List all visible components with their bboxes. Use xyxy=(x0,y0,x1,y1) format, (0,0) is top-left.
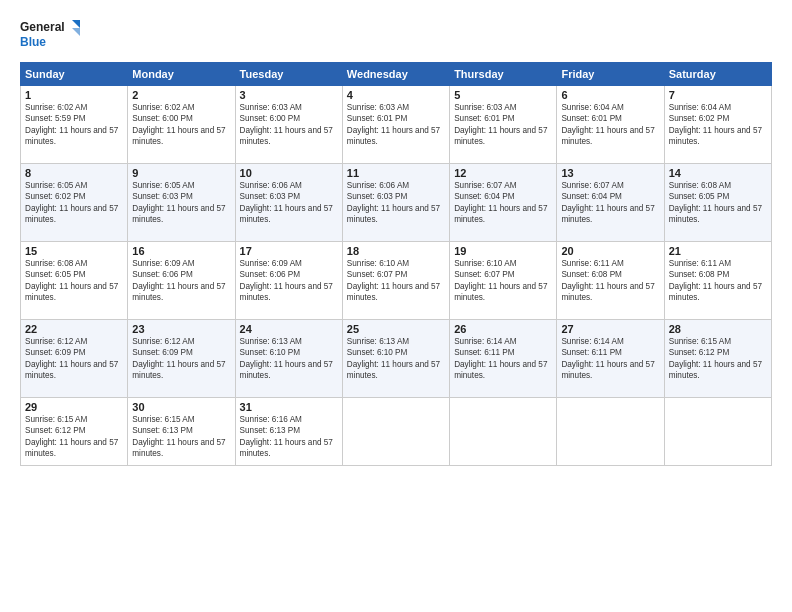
day-info: Sunrise: 6:12 AMSunset: 6:09 PMDaylight:… xyxy=(132,336,230,382)
day-info: Sunrise: 6:07 AMSunset: 6:04 PMDaylight:… xyxy=(454,180,552,226)
day-number: 29 xyxy=(25,401,123,413)
day-info: Sunrise: 6:03 AMSunset: 6:00 PMDaylight:… xyxy=(240,102,338,148)
calendar-cell: 29 Sunrise: 6:15 AMSunset: 6:12 PMDaylig… xyxy=(21,398,128,466)
weekday-header-row: SundayMondayTuesdayWednesdayThursdayFrid… xyxy=(21,63,772,86)
day-info: Sunrise: 6:02 AMSunset: 5:59 PMDaylight:… xyxy=(25,102,123,148)
calendar-cell: 21 Sunrise: 6:11 AMSunset: 6:08 PMDaylig… xyxy=(664,242,771,320)
day-number: 5 xyxy=(454,89,552,101)
generalblue-logo: General Blue xyxy=(20,18,80,52)
calendar-cell xyxy=(450,398,557,466)
calendar-cell: 7 Sunrise: 6:04 AMSunset: 6:02 PMDayligh… xyxy=(664,86,771,164)
day-info: Sunrise: 6:10 AMSunset: 6:07 PMDaylight:… xyxy=(347,258,445,304)
weekday-header-wednesday: Wednesday xyxy=(342,63,449,86)
day-number: 4 xyxy=(347,89,445,101)
day-info: Sunrise: 6:09 AMSunset: 6:06 PMDaylight:… xyxy=(132,258,230,304)
week-row-3: 15 Sunrise: 6:08 AMSunset: 6:05 PMDaylig… xyxy=(21,242,772,320)
calendar-cell: 5 Sunrise: 6:03 AMSunset: 6:01 PMDayligh… xyxy=(450,86,557,164)
calendar-cell: 26 Sunrise: 6:14 AMSunset: 6:11 PMDaylig… xyxy=(450,320,557,398)
calendar-cell: 10 Sunrise: 6:06 AMSunset: 6:03 PMDaylig… xyxy=(235,164,342,242)
day-number: 1 xyxy=(25,89,123,101)
day-info: Sunrise: 6:12 AMSunset: 6:09 PMDaylight:… xyxy=(25,336,123,382)
day-number: 7 xyxy=(669,89,767,101)
calendar-cell: 24 Sunrise: 6:13 AMSunset: 6:10 PMDaylig… xyxy=(235,320,342,398)
calendar-cell: 22 Sunrise: 6:12 AMSunset: 6:09 PMDaylig… xyxy=(21,320,128,398)
day-info: Sunrise: 6:15 AMSunset: 6:12 PMDaylight:… xyxy=(669,336,767,382)
calendar-cell: 12 Sunrise: 6:07 AMSunset: 6:04 PMDaylig… xyxy=(450,164,557,242)
day-number: 22 xyxy=(25,323,123,335)
day-number: 26 xyxy=(454,323,552,335)
day-number: 14 xyxy=(669,167,767,179)
calendar-cell: 27 Sunrise: 6:14 AMSunset: 6:11 PMDaylig… xyxy=(557,320,664,398)
day-number: 30 xyxy=(132,401,230,413)
calendar-cell: 6 Sunrise: 6:04 AMSunset: 6:01 PMDayligh… xyxy=(557,86,664,164)
day-info: Sunrise: 6:06 AMSunset: 6:03 PMDaylight:… xyxy=(347,180,445,226)
week-row-1: 1 Sunrise: 6:02 AMSunset: 5:59 PMDayligh… xyxy=(21,86,772,164)
day-number: 20 xyxy=(561,245,659,257)
calendar-cell: 17 Sunrise: 6:09 AMSunset: 6:06 PMDaylig… xyxy=(235,242,342,320)
day-number: 15 xyxy=(25,245,123,257)
logo: General Blue xyxy=(20,18,80,52)
day-info: Sunrise: 6:13 AMSunset: 6:10 PMDaylight:… xyxy=(347,336,445,382)
svg-marker-3 xyxy=(72,28,80,36)
day-number: 31 xyxy=(240,401,338,413)
day-info: Sunrise: 6:11 AMSunset: 6:08 PMDaylight:… xyxy=(669,258,767,304)
day-info: Sunrise: 6:14 AMSunset: 6:11 PMDaylight:… xyxy=(454,336,552,382)
day-info: Sunrise: 6:03 AMSunset: 6:01 PMDaylight:… xyxy=(454,102,552,148)
day-number: 8 xyxy=(25,167,123,179)
week-row-4: 22 Sunrise: 6:12 AMSunset: 6:09 PMDaylig… xyxy=(21,320,772,398)
day-number: 10 xyxy=(240,167,338,179)
day-number: 11 xyxy=(347,167,445,179)
day-number: 27 xyxy=(561,323,659,335)
calendar-cell: 4 Sunrise: 6:03 AMSunset: 6:01 PMDayligh… xyxy=(342,86,449,164)
day-info: Sunrise: 6:04 AMSunset: 6:01 PMDaylight:… xyxy=(561,102,659,148)
calendar-cell: 9 Sunrise: 6:05 AMSunset: 6:03 PMDayligh… xyxy=(128,164,235,242)
weekday-header-thursday: Thursday xyxy=(450,63,557,86)
weekday-header-sunday: Sunday xyxy=(21,63,128,86)
calendar-cell: 20 Sunrise: 6:11 AMSunset: 6:08 PMDaylig… xyxy=(557,242,664,320)
day-info: Sunrise: 6:15 AMSunset: 6:13 PMDaylight:… xyxy=(132,414,230,460)
day-info: Sunrise: 6:06 AMSunset: 6:03 PMDaylight:… xyxy=(240,180,338,226)
calendar-cell: 23 Sunrise: 6:12 AMSunset: 6:09 PMDaylig… xyxy=(128,320,235,398)
calendar-cell: 28 Sunrise: 6:15 AMSunset: 6:12 PMDaylig… xyxy=(664,320,771,398)
calendar-cell: 2 Sunrise: 6:02 AMSunset: 6:00 PMDayligh… xyxy=(128,86,235,164)
calendar-cell: 13 Sunrise: 6:07 AMSunset: 6:04 PMDaylig… xyxy=(557,164,664,242)
calendar-cell xyxy=(342,398,449,466)
calendar-cell: 18 Sunrise: 6:10 AMSunset: 6:07 PMDaylig… xyxy=(342,242,449,320)
day-number: 13 xyxy=(561,167,659,179)
day-number: 12 xyxy=(454,167,552,179)
day-number: 9 xyxy=(132,167,230,179)
day-info: Sunrise: 6:05 AMSunset: 6:02 PMDaylight:… xyxy=(25,180,123,226)
calendar-cell: 30 Sunrise: 6:15 AMSunset: 6:13 PMDaylig… xyxy=(128,398,235,466)
calendar-cell: 14 Sunrise: 6:08 AMSunset: 6:05 PMDaylig… xyxy=(664,164,771,242)
day-info: Sunrise: 6:11 AMSunset: 6:08 PMDaylight:… xyxy=(561,258,659,304)
day-info: Sunrise: 6:04 AMSunset: 6:02 PMDaylight:… xyxy=(669,102,767,148)
day-number: 3 xyxy=(240,89,338,101)
day-info: Sunrise: 6:14 AMSunset: 6:11 PMDaylight:… xyxy=(561,336,659,382)
day-info: Sunrise: 6:07 AMSunset: 6:04 PMDaylight:… xyxy=(561,180,659,226)
svg-marker-2 xyxy=(72,20,80,28)
weekday-header-tuesday: Tuesday xyxy=(235,63,342,86)
page: General Blue SundayMondayTuesdayWednesda… xyxy=(0,0,792,612)
calendar-cell: 8 Sunrise: 6:05 AMSunset: 6:02 PMDayligh… xyxy=(21,164,128,242)
day-number: 18 xyxy=(347,245,445,257)
day-number: 2 xyxy=(132,89,230,101)
calendar-table: SundayMondayTuesdayWednesdayThursdayFrid… xyxy=(20,62,772,466)
day-number: 16 xyxy=(132,245,230,257)
week-row-2: 8 Sunrise: 6:05 AMSunset: 6:02 PMDayligh… xyxy=(21,164,772,242)
day-info: Sunrise: 6:02 AMSunset: 6:00 PMDaylight:… xyxy=(132,102,230,148)
header: General Blue xyxy=(20,18,772,52)
day-number: 21 xyxy=(669,245,767,257)
day-info: Sunrise: 6:10 AMSunset: 6:07 PMDaylight:… xyxy=(454,258,552,304)
day-number: 23 xyxy=(132,323,230,335)
day-number: 17 xyxy=(240,245,338,257)
calendar-cell xyxy=(664,398,771,466)
weekday-header-saturday: Saturday xyxy=(664,63,771,86)
svg-text:Blue: Blue xyxy=(20,35,46,49)
calendar-cell: 19 Sunrise: 6:10 AMSunset: 6:07 PMDaylig… xyxy=(450,242,557,320)
weekday-header-monday: Monday xyxy=(128,63,235,86)
calendar-cell: 3 Sunrise: 6:03 AMSunset: 6:00 PMDayligh… xyxy=(235,86,342,164)
day-info: Sunrise: 6:16 AMSunset: 6:13 PMDaylight:… xyxy=(240,414,338,460)
day-number: 25 xyxy=(347,323,445,335)
calendar-cell: 25 Sunrise: 6:13 AMSunset: 6:10 PMDaylig… xyxy=(342,320,449,398)
week-row-5: 29 Sunrise: 6:15 AMSunset: 6:12 PMDaylig… xyxy=(21,398,772,466)
